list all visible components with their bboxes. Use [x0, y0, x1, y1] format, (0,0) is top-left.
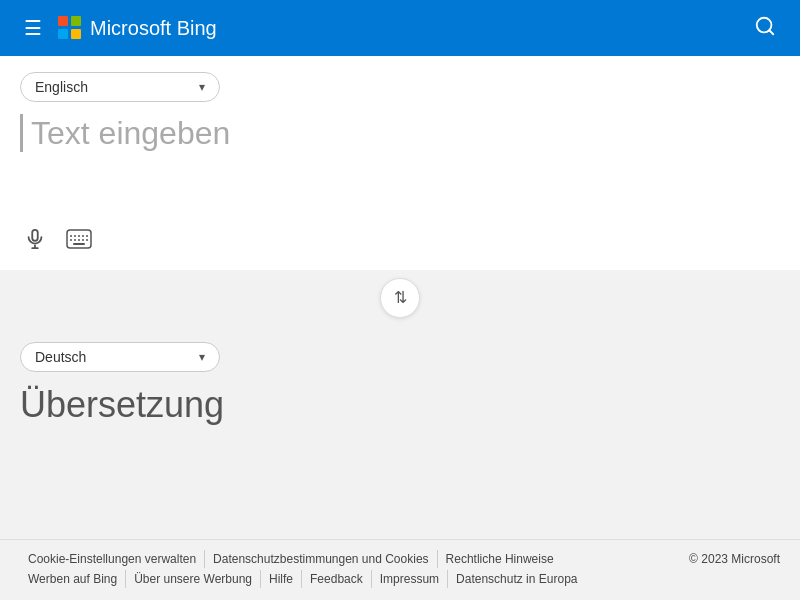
footer-link-werbung[interactable]: Über unsere Werbung — [126, 570, 261, 588]
svg-rect-2 — [32, 229, 38, 240]
footer-link-impressum[interactable]: Impressum — [372, 570, 448, 588]
source-language-label: Englisch — [35, 79, 88, 95]
text-input-area[interactable]: Text eingeben — [20, 114, 780, 208]
footer-links-row2: Werben auf Bing Über unsere Werbung Hilf… — [20, 570, 585, 588]
logo-text: Microsoft Bing — [90, 17, 217, 40]
translation-output: Übersetzung — [20, 384, 780, 426]
sq-red — [58, 16, 68, 26]
search-icon[interactable] — [746, 7, 784, 50]
sq-green — [71, 16, 81, 26]
sq-yellow — [71, 29, 81, 39]
source-language-select[interactable]: Englisch ▾ — [20, 72, 220, 102]
microphone-button[interactable] — [20, 224, 50, 254]
sq-blue — [58, 29, 68, 39]
svg-line-1 — [769, 30, 773, 34]
header-left: ☰ Microsoft Bing — [16, 8, 217, 48]
target-language-chevron: ▾ — [199, 350, 205, 364]
footer-row-1: Cookie-Einstellungen verwalten Datenschu… — [20, 550, 780, 568]
footer: Cookie-Einstellungen verwalten Datenschu… — [0, 539, 800, 600]
footer-link-cookie[interactable]: Cookie-Einstellungen verwalten — [20, 550, 205, 568]
footer-link-rechtliche[interactable]: Rechtliche Hinweise — [438, 550, 562, 568]
swap-icon: ⇅ — [394, 288, 407, 307]
footer-copyright: © 2023 Microsoft — [689, 552, 780, 566]
translation-panel-bottom: Deutsch ▾ Übersetzung — [0, 326, 800, 540]
text-input-placeholder: Text eingeben — [20, 114, 780, 152]
footer-links-row1: Cookie-Einstellungen verwalten Datenschu… — [20, 550, 562, 568]
target-language-label: Deutsch — [35, 349, 86, 365]
footer-link-feedback[interactable]: Feedback — [302, 570, 372, 588]
keyboard-button[interactable] — [62, 225, 96, 253]
footer-link-werben[interactable]: Werben auf Bing — [20, 570, 126, 588]
hamburger-menu-icon[interactable]: ☰ — [16, 8, 50, 48]
footer-row-2: Werben auf Bing Über unsere Werbung Hilf… — [20, 570, 780, 588]
footer-link-hilfe[interactable]: Hilfe — [261, 570, 302, 588]
swap-languages-button[interactable]: ⇅ — [380, 278, 420, 318]
input-tools — [20, 224, 780, 254]
header: ☰ Microsoft Bing — [0, 0, 800, 56]
target-language-select[interactable]: Deutsch ▾ — [20, 342, 220, 372]
main-content: Englisch ▾ Text eingeben — [0, 56, 800, 539]
footer-link-europa[interactable]: Datenschutz in Europa — [448, 570, 585, 588]
footer-link-datenschutz[interactable]: Datenschutzbestimmungen und Cookies — [205, 550, 437, 568]
bing-squares-logo — [58, 16, 82, 40]
translation-panel-top: Englisch ▾ Text eingeben — [0, 56, 800, 270]
logo-area: Microsoft Bing — [58, 16, 217, 40]
source-language-chevron: ▾ — [199, 80, 205, 94]
swap-area: ⇅ — [0, 270, 800, 326]
